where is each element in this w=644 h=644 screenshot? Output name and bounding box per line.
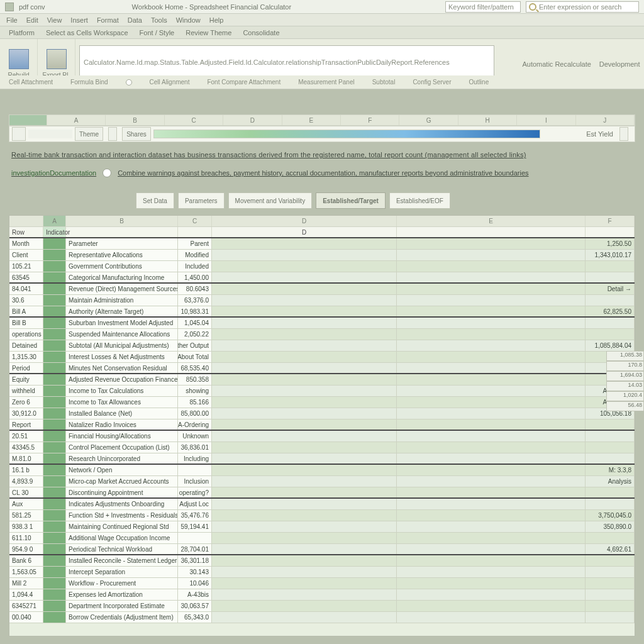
cell-c[interactable]: A-Ordering — [178, 419, 212, 430]
table-row[interactable]: operationsSuspended Maintenance Allocati… — [9, 329, 635, 340]
info-link[interactable]: investigationDocumentation — [11, 169, 96, 177]
cell-rowid[interactable]: Zero 6 — [9, 397, 43, 408]
cell-e[interactable] — [397, 533, 586, 543]
cell-a[interactable] — [43, 272, 66, 282]
cell-b[interactable]: Income to Tax Allowances — [66, 397, 178, 408]
cell-rowid[interactable]: 43345.5 — [9, 442, 43, 453]
cell-b[interactable]: Maintaining Continued Regional Std — [66, 521, 178, 532]
cell-c[interactable]: 1,450.00 — [178, 272, 212, 282]
expression-search[interactable]: Enter expression or search — [526, 1, 639, 13]
ribbontab-0[interactable]: Platform — [9, 29, 35, 36]
cell-d[interactable] — [212, 272, 397, 282]
menu-data[interactable]: Data — [128, 16, 142, 24]
cell-b[interactable]: Income to Tax Calculations — [66, 386, 178, 396]
slider-chip-shares[interactable]: Shares — [122, 127, 151, 141]
cell-a[interactable] — [43, 386, 66, 396]
cell-d[interactable] — [212, 521, 397, 532]
subr-7[interactable]: Outline — [469, 79, 489, 86]
cell-d[interactable] — [212, 306, 397, 316]
cell-a[interactable] — [43, 521, 66, 532]
cell-f[interactable]: 1,343,010.17 — [586, 250, 635, 260]
col-I[interactable]: I — [517, 115, 575, 125]
slider-chip-theme[interactable]: Theme — [75, 127, 103, 141]
cell-c[interactable]: operating? — [178, 487, 212, 497]
cell-d[interactable] — [212, 544, 397, 554]
table-row[interactable]: 1,094.4Expenses led AmortizationA-43bis — [9, 589, 635, 601]
cell-e[interactable] — [397, 476, 586, 487]
cell-rowid[interactable]: 1,563.05 — [9, 567, 43, 577]
cell-e[interactable] — [397, 499, 586, 509]
cell-b[interactable]: Categorical Manufacturing Income — [66, 272, 178, 282]
cell-c[interactable]: 36,301.18 — [178, 555, 212, 566]
hdr-f[interactable] — [586, 227, 635, 237]
cell-b[interactable]: Additional Wage Occupation Income — [66, 533, 178, 543]
hdr-b[interactable] — [66, 227, 178, 237]
cell-b[interactable]: Installed Reconcile - Statement Ledger — [66, 555, 178, 566]
cell-d[interactable] — [212, 250, 397, 260]
cell-d[interactable] — [212, 499, 397, 509]
cell-d[interactable] — [212, 238, 397, 249]
subr-1[interactable]: Formula Bind — [70, 79, 108, 86]
cell-b[interactable]: Micro-cap Market Accrued Accounts — [66, 476, 178, 487]
cell-c[interactable]: 30,063.57 — [178, 601, 212, 611]
table-row[interactable]: 611.10Additional Wage Occupation Income — [9, 533, 635, 544]
cell-d[interactable] — [212, 340, 397, 351]
cell-c[interactable]: 65,343.0 — [178, 612, 212, 623]
table-row[interactable]: 105.21Government ContributionsIncluded — [9, 261, 635, 272]
cell-f[interactable] — [586, 555, 635, 566]
hdr-d[interactable]: D — [212, 227, 397, 237]
cell-a[interactable] — [43, 419, 66, 430]
table-row[interactable]: 954.9 0Periodical Technical Workload28,7… — [9, 544, 635, 555]
col-G[interactable]: G — [399, 115, 458, 125]
cell-rowid[interactable]: 6345271 — [9, 601, 43, 611]
cell-e[interactable] — [397, 589, 586, 600]
cell-e[interactable] — [397, 238, 586, 249]
slider-end-icon[interactable] — [619, 127, 628, 141]
cell-e[interactable] — [397, 340, 586, 351]
cell-c[interactable]: 30.143 — [178, 567, 212, 577]
cell-a[interactable] — [43, 284, 66, 294]
cell-c[interactable]: Unknown — [178, 431, 212, 441]
cell-rowid[interactable]: Aux — [9, 499, 43, 509]
cell-rowid[interactable]: Bill B — [9, 318, 43, 328]
cell-rowid[interactable]: 581.25 — [9, 510, 43, 521]
cell-c[interactable]: 59,194.41 — [178, 521, 212, 532]
cell-f[interactable] — [586, 499, 635, 509]
cell-b[interactable]: Authority (Alternate Target) — [66, 306, 178, 316]
cell-a[interactable] — [43, 487, 66, 497]
cell-b[interactable]: Maintain Administration — [66, 295, 178, 306]
cell-f[interactable]: 1,085,884.04 — [586, 340, 635, 351]
cell-e[interactable] — [397, 510, 586, 521]
cell-rowid[interactable]: Bill A — [9, 306, 43, 316]
cell-rowid[interactable]: 611.10 — [9, 533, 43, 543]
cell-f[interactable] — [586, 453, 635, 464]
cell-a[interactable] — [43, 250, 66, 260]
cell-a[interactable] — [43, 431, 66, 441]
cell-e[interactable] — [397, 352, 586, 362]
cell-b[interactable]: Revenue (Direct) Management Sources — [66, 284, 178, 294]
menu-edit[interactable]: Edit — [26, 16, 38, 24]
cell-rowid[interactable]: 105.21 — [9, 261, 43, 272]
table-row[interactable]: withheldIncome to Tax Calculationsshowin… — [9, 386, 635, 397]
cell-rowid[interactable]: 954.9 0 — [9, 544, 43, 554]
cell-d[interactable] — [212, 363, 397, 373]
cell-c[interactable]: Adjust Loc — [178, 499, 212, 509]
cell-e[interactable] — [397, 453, 586, 464]
cell-a[interactable] — [43, 544, 66, 554]
cell-a[interactable] — [43, 510, 66, 521]
cell-d[interactable] — [212, 442, 397, 453]
cell-f[interactable]: 350,890.0 — [586, 521, 635, 532]
ghl-B[interactable]: B — [66, 216, 178, 226]
cell-a[interactable] — [43, 567, 66, 577]
cell-d[interactable] — [212, 612, 397, 623]
cell-c[interactable]: Modified — [178, 250, 212, 260]
cell-f[interactable]: 4,692.61 — [586, 544, 635, 554]
cell-e[interactable] — [397, 329, 586, 340]
cell-b[interactable]: Discontinuing Appointment — [66, 487, 178, 497]
cell-d[interactable] — [212, 284, 397, 294]
cell-b[interactable]: Suspended Maintenance Allocations — [66, 329, 178, 340]
table-row[interactable]: EquityAdjusted Revenue Occupation Financ… — [9, 374, 635, 386]
cell-a[interactable] — [43, 533, 66, 543]
cell-e[interactable] — [397, 408, 586, 419]
cell-a[interactable] — [43, 612, 66, 623]
